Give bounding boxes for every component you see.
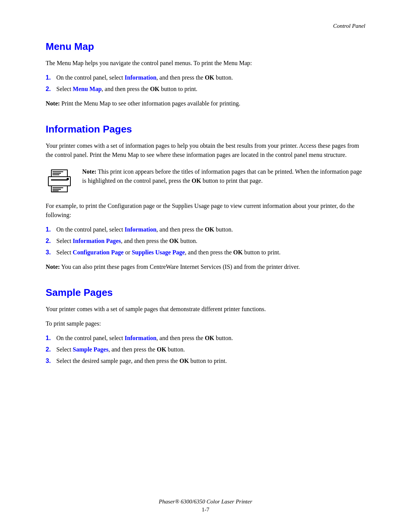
example-intro: For example, to print the Configuration … (46, 201, 365, 220)
step-2-text: Select Menu Map, and then press the OK b… (56, 85, 365, 94)
sample-step-3-text: Select the desired sample page, and then… (56, 356, 365, 366)
info-step-1: 1. On the control panel, select Informat… (46, 225, 365, 234)
footer-title: Phaser® 6300/6350 Color Laser Printer (0, 498, 411, 505)
menu-map-section: Menu Map The Menu Map helps you navigate… (46, 41, 365, 108)
menu-map-steps: 1. On the control panel, select Informat… (46, 73, 365, 94)
step-num-2: 2. (46, 85, 56, 94)
svg-rect-11 (53, 187, 63, 188)
svg-rect-12 (53, 189, 61, 190)
printer-icon-svg (46, 169, 73, 194)
sample-step-2: 2. Select Sample Pages, and then press t… (46, 345, 365, 354)
svg-rect-4 (53, 174, 59, 175)
menu-map-heading: Menu Map (46, 41, 365, 53)
print-icon-note-text: Note: This print icon appears before the… (82, 167, 365, 185)
sample-pages-heading: Sample Pages (46, 287, 365, 299)
sample-pages-steps: 1. On the control panel, select Informat… (46, 334, 365, 366)
footer-page-number: 1-7 (0, 506, 411, 513)
info-step-num-2: 2. (46, 236, 56, 246)
info-step-num-3: 3. (46, 248, 56, 257)
sample-step-1-text: On the control panel, select Information… (56, 334, 365, 343)
menu-map-intro: The Menu Map helps you navigate the cont… (46, 59, 365, 68)
info-pages-note2: Note: You can also print these pages fro… (46, 262, 365, 272)
print-icon-note: Note: This print icon appears before the… (46, 167, 365, 194)
printer-icon (46, 169, 73, 194)
page-header: Control Panel (46, 23, 365, 29)
info-pages-steps: 1. On the control panel, select Informat… (46, 225, 365, 257)
info-step-3: 3. Select Configuration Page or Supplies… (46, 248, 365, 257)
sample-pages-to-print: To print sample pages: (46, 319, 365, 328)
svg-rect-13 (53, 190, 59, 191)
svg-rect-8 (67, 178, 69, 180)
info-step-2-text: Select Information Pages, and then press… (56, 236, 365, 246)
info-step-3-text: Select Configuration Page or Supplies Us… (56, 248, 365, 257)
info-step-2: 2. Select Information Pages, and then pr… (46, 236, 365, 246)
menu-map-step-1: 1. On the control panel, select Informat… (46, 73, 365, 82)
menu-map-step-2: 2. Select Menu Map, and then press the O… (46, 85, 365, 94)
step-num-1: 1. (46, 73, 56, 82)
info-step-1-text: On the control panel, select Information… (56, 225, 365, 234)
page-footer: Phaser® 6300/6350 Color Laser Printer 1-… (0, 498, 411, 513)
sample-pages-section: Sample Pages Your printer comes with a s… (46, 287, 365, 366)
sample-step-num-3: 3. (46, 356, 56, 366)
sample-pages-intro: Your printer comes with a set of sample … (46, 305, 365, 314)
svg-rect-3 (53, 173, 61, 174)
sample-step-2-text: Select Sample Pages, and then press the … (56, 345, 365, 354)
menu-map-note: Note: Print the Menu Map to see other in… (46, 99, 365, 108)
sample-step-num-1: 1. (46, 334, 56, 343)
svg-rect-2 (53, 171, 63, 172)
svg-rect-7 (51, 179, 68, 181)
sample-step-3: 3. Select the desired sample page, and t… (46, 356, 365, 366)
information-pages-intro: Your printer comes with a set of informa… (46, 141, 365, 160)
sample-step-1: 1. On the control panel, select Informat… (46, 334, 365, 343)
info-step-num-1: 1. (46, 225, 56, 234)
information-pages-heading: Information Pages (46, 123, 365, 135)
sample-step-num-2: 2. (46, 345, 56, 354)
information-pages-section: Information Pages Your printer comes wit… (46, 123, 365, 272)
step-1-text: On the control panel, select Information… (56, 73, 365, 82)
